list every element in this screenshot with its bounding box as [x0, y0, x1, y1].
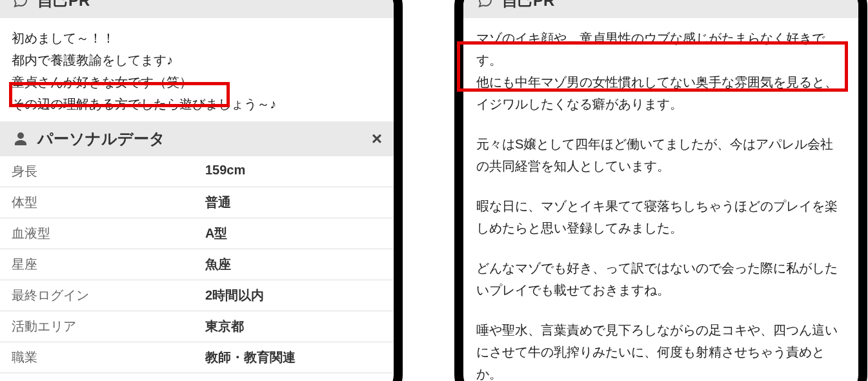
phone-left: 自己PR 初めまして～！！ 都内で養護教諭をしてます♪ 童貞さんが好きな女です（…: [0, 0, 403, 381]
row-key: 最終ログイン: [12, 287, 205, 304]
table-row: 活動エリア 東京都: [0, 311, 394, 342]
personal-data-table: 身長 159cm 体型 普通 血液型 A型 星座 魚座 最終ログイン 2時間: [0, 156, 394, 373]
section-header-pr-right: 自己PR: [463, 0, 858, 18]
screen-right: 自己PR マゾのイキ顔や、童貞男性のウブな感じがたまらなく好きです。 他にも中年…: [463, 0, 858, 381]
section-title: パーソナルデータ: [37, 129, 165, 149]
table-row: 職業 教師・教育関連: [0, 342, 394, 373]
row-value: 魚座: [205, 256, 381, 273]
row-value: 教師・教育関連: [205, 349, 381, 366]
row-key: 身長: [12, 163, 205, 180]
pr-line: その辺の理解ある方でしたら遊びましょう～♪: [12, 93, 381, 115]
section-header-pr-left: 自己PR: [0, 0, 394, 18]
table-row: 血液型 A型: [0, 218, 394, 249]
row-key: 星座: [12, 256, 205, 273]
pr-paragraph: 唾や聖水、言葉責めで見下ろしながらの足コキや、四つん這いにさせて牛の乳搾りみたい…: [476, 319, 845, 381]
pr-paragraph: 暇な日に、マゾとイキ果てて寝落ちしちゃうほどのプレイを楽しめたらと思い登録してみ…: [476, 195, 845, 239]
table-row: 星座 魚座: [0, 249, 394, 280]
close-icon[interactable]: ×: [372, 129, 382, 149]
pr-paragraph: 他にも中年マゾ男の女性慣れしてない奥手な雰囲気を見ると、イジワルしたくなる癖があ…: [476, 71, 845, 115]
speech-bubble-icon: [476, 0, 494, 10]
row-key: 活動エリア: [12, 318, 205, 335]
person-icon: [12, 130, 30, 148]
row-value: A型: [205, 225, 381, 242]
row-value: 2時間以内: [205, 287, 381, 304]
table-row: 最終ログイン 2時間以内: [0, 280, 394, 311]
table-row: 体型 普通: [0, 187, 394, 218]
pr-text-right: マゾのイキ顔や、童貞男性のウブな感じがたまらなく好きです。 他にも中年マゾ男の女…: [463, 18, 858, 381]
pr-line: 都内で養護教諭をしてます♪: [12, 49, 381, 71]
pr-paragraph-highlighted: マゾのイキ顔や、童貞男性のウブな感じがたまらなく好きです。: [476, 27, 845, 71]
screen-left: 自己PR 初めまして～！！ 都内で養護教諭をしてます♪ 童貞さんが好きな女です（…: [0, 0, 394, 381]
section-title: 自己PR: [502, 0, 554, 11]
row-key: 体型: [12, 194, 205, 211]
pr-line: 初めまして～！！: [12, 27, 381, 49]
pr-paragraph: どんなマゾでも好き、って訳ではないので会った際に私がしたいプレイでも載せておきま…: [476, 257, 845, 301]
row-value: 東京都: [205, 318, 381, 335]
table-row: 身長 159cm: [0, 156, 394, 187]
section-title: 自己PR: [37, 0, 90, 11]
section-header-personal-data[interactable]: パーソナルデータ ×: [0, 121, 394, 156]
row-key: 血液型: [12, 225, 205, 242]
pr-paragraph: 元々はS嬢として四年ほど働いてましたが、今はアパレル会社の共同経営を知人としてい…: [476, 133, 845, 177]
row-value: 普通: [205, 194, 381, 211]
row-value: 159cm: [205, 163, 381, 180]
phone-right: 自己PR マゾのイキ顔や、童貞男性のウブな感じがたまらなく好きです。 他にも中年…: [454, 0, 867, 381]
pr-text-left: 初めまして～！！ 都内で養護教諭をしてます♪ 童貞さんが好きな女です（笑） その…: [0, 18, 394, 121]
row-key: 職業: [12, 349, 205, 366]
pr-line-highlighted: 童貞さんが好きな女です（笑）: [12, 71, 381, 93]
speech-bubble-icon: [12, 0, 30, 10]
